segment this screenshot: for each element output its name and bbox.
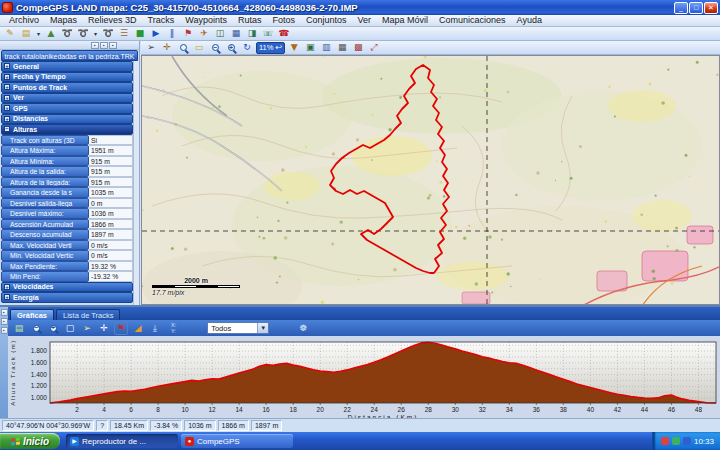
panel-dock-button[interactable]: ▪ bbox=[91, 42, 99, 49]
property-row[interactable]: Altura Mínima:915 m bbox=[1, 156, 133, 167]
expand-icon[interactable]: − bbox=[4, 126, 10, 132]
menu-conjuntos[interactable]: Conjuntos bbox=[301, 15, 352, 26]
map-list-icon[interactable]: ▼ bbox=[287, 41, 301, 54]
property-row[interactable]: Desnivel salida-llega0 m bbox=[1, 198, 133, 209]
communications-icon[interactable]: ☎ bbox=[277, 27, 291, 40]
tab-lista-de-tracks[interactable]: Lista de Tracks bbox=[56, 309, 120, 320]
property-row[interactable]: Max Pendiente:19.32 % bbox=[1, 261, 133, 272]
property-row[interactable]: Max. Velocidad Verti0 m/s bbox=[1, 240, 133, 251]
zoom-out-icon[interactable]: − bbox=[208, 41, 222, 54]
panel-scrollbar[interactable] bbox=[133, 61, 139, 305]
property-row[interactable]: Min. Velocidad Vertic0 m/s bbox=[1, 250, 133, 261]
section-fecha-y-tiempo[interactable]: +Fecha y Tiempo bbox=[1, 72, 133, 83]
map-canvas[interactable]: 2000 m 17.7 m/pix bbox=[141, 55, 720, 305]
open-track-icon[interactable]: ➰ bbox=[60, 27, 74, 40]
track-filter-dropdown[interactable]: Todos ▼ bbox=[207, 322, 269, 334]
chart-print-icon[interactable]: ▤ bbox=[12, 322, 26, 335]
chart-select-icon[interactable]: ▢ bbox=[63, 322, 77, 335]
graph-panel-dock-button[interactable]: ▪ bbox=[1, 309, 8, 316]
graph-panel-close-button[interactable]: ▪ bbox=[1, 327, 8, 334]
property-row[interactable]: Track con alturas (3DSi bbox=[1, 135, 133, 146]
property-row[interactable]: Min Pend:-19.32 % bbox=[1, 271, 133, 282]
property-row[interactable]: Altura de la llegada:915 m bbox=[1, 177, 133, 188]
menu-archivo[interactable]: Archivo bbox=[4, 15, 44, 26]
zoom-window-icon[interactable] bbox=[176, 41, 190, 54]
zoom-level-box[interactable]: 11% ↩ bbox=[256, 42, 285, 54]
pan-arrow-icon[interactable]: ➢ bbox=[144, 41, 158, 54]
minimize-button[interactable]: _ bbox=[674, 2, 688, 14]
expand-icon[interactable]: + bbox=[4, 116, 10, 122]
expand-icon[interactable]: + bbox=[4, 84, 10, 90]
menu-mapas[interactable]: Mapas bbox=[45, 15, 82, 26]
refresh-icon[interactable]: ↻ bbox=[240, 41, 254, 54]
menu-fotos[interactable]: Fotos bbox=[267, 15, 300, 26]
expand-icon[interactable]: + bbox=[4, 294, 10, 300]
taskbar-task-compegps[interactable]: ●CompeGPS bbox=[181, 434, 293, 448]
grid-icon[interactable]: ▦ bbox=[335, 41, 349, 54]
expand-icon[interactable]: + bbox=[4, 284, 10, 290]
show-map-icon[interactable]: ▣ bbox=[303, 41, 317, 54]
track-tools-icon[interactable]: ➰ bbox=[76, 27, 90, 40]
stop-icon[interactable]: ■ bbox=[133, 27, 147, 40]
tab-gr-ficas[interactable]: Gráficas bbox=[10, 309, 54, 320]
chart-zoom-out-icon[interactable]: − bbox=[29, 322, 43, 335]
section-velocidades[interactable]: +Velocidades bbox=[1, 282, 133, 293]
tray-antivirus-icon[interactable] bbox=[661, 437, 669, 445]
property-row[interactable]: Altura de la salida:915 m bbox=[1, 166, 133, 177]
track-list-icon[interactable]: ☰ bbox=[117, 27, 131, 40]
zoom-back-icon[interactable]: ↩ bbox=[275, 44, 282, 52]
expand-icon[interactable]: + bbox=[4, 105, 10, 111]
chart-zoom-in-icon[interactable]: + bbox=[46, 322, 60, 335]
expand-icon[interactable]: + bbox=[4, 95, 10, 101]
title-bar[interactable]: CompeGPS LAND mapa: C25_30-415700-451066… bbox=[0, 0, 720, 15]
taskbar-task-reproductor-de[interactable]: ▶Reproductor de ... bbox=[66, 434, 178, 448]
screen-icon[interactable]: ▦ bbox=[229, 27, 243, 40]
close-button[interactable]: ✕ bbox=[704, 2, 718, 14]
property-row[interactable]: Altura Máxima:1951 m bbox=[1, 145, 133, 156]
menu-ver[interactable]: Ver bbox=[352, 15, 376, 26]
elevation-chart[interactable]: 1.0001.2001.4001.6001.800246810121416182… bbox=[8, 336, 720, 418]
property-row[interactable]: Ascensión Acumulad1866 m bbox=[1, 219, 133, 230]
grid-alt-icon[interactable]: ▩ bbox=[351, 41, 365, 54]
menu-comunicaciones[interactable]: Comunicaciones bbox=[434, 15, 511, 26]
edit-point-icon[interactable]: ✛ bbox=[160, 41, 174, 54]
section-energ-a[interactable]: +Energía bbox=[1, 292, 133, 303]
zoom-in-icon[interactable]: + bbox=[224, 41, 238, 54]
maximize-button[interactable]: □ bbox=[689, 2, 703, 14]
track-more-icon[interactable]: ▾ bbox=[92, 27, 99, 40]
relief-3d-icon[interactable]: ▲ bbox=[44, 27, 58, 40]
property-row[interactable]: Desnivel máximo:1036 m bbox=[1, 208, 133, 219]
chart-export-icon[interactable]: ⤓ bbox=[148, 322, 162, 335]
section-puntos-de-track[interactable]: +Puntos de Track bbox=[1, 82, 133, 93]
property-row[interactable]: Ganancia desde la s1035 m bbox=[1, 187, 133, 198]
section-ver[interactable]: +Ver bbox=[1, 93, 133, 104]
section-general[interactable]: +General bbox=[1, 61, 133, 72]
graph-settings-icon[interactable]: ☸ bbox=[296, 322, 310, 335]
menu-ayuda[interactable]: Ayuda bbox=[512, 15, 547, 26]
mobile-map-icon[interactable]: ☏ bbox=[261, 27, 275, 40]
close-track-icon[interactable]: ➰ bbox=[101, 27, 115, 40]
chart-pan-icon[interactable]: ✛ bbox=[97, 322, 111, 335]
panel-float-button[interactable]: ▪ bbox=[100, 42, 108, 49]
expand-icon[interactable]: + bbox=[4, 74, 10, 80]
hide-map-icon[interactable]: ▥ bbox=[319, 41, 333, 54]
menu-waypoints[interactable]: Waypoints bbox=[180, 15, 232, 26]
open-file-icon[interactable]: ✎ bbox=[3, 27, 17, 40]
routes-icon[interactable]: ✈ bbox=[197, 27, 211, 40]
panel-close-button[interactable]: ▪ bbox=[109, 42, 117, 49]
chart-flag-icon[interactable]: ⚑ bbox=[114, 322, 128, 335]
tray-volume-icon[interactable] bbox=[683, 437, 691, 445]
panels-icon[interactable]: ◨ bbox=[245, 27, 259, 40]
pause-icon[interactable]: ‖ bbox=[165, 27, 179, 40]
section-alturas[interactable]: −Alturas bbox=[1, 124, 133, 135]
property-row[interactable]: Descenso acumulad1897 m bbox=[1, 229, 133, 240]
sets-icon[interactable]: ◫ bbox=[213, 27, 227, 40]
graph-panel-float-button[interactable]: ▪ bbox=[1, 318, 8, 325]
measure-icon[interactable]: ⤢ bbox=[367, 41, 381, 54]
chevron-down-icon[interactable]: ▼ bbox=[257, 323, 268, 333]
tray-network-icon[interactable] bbox=[672, 437, 680, 445]
chart-pointer-icon[interactable]: ➢ bbox=[80, 322, 94, 335]
section-distancias[interactable]: +Distancias bbox=[1, 114, 133, 125]
menu-relieves-3d[interactable]: Relieves 3D bbox=[83, 15, 142, 26]
menu-tracks[interactable]: Tracks bbox=[143, 15, 180, 26]
